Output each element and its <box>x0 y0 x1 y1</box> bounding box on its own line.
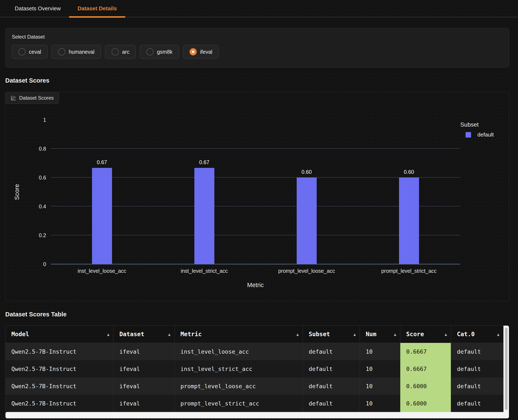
cell-score: 0.6667 <box>400 360 451 377</box>
table-body: Qwen2.5-7B-Instructifevalinst_level_loos… <box>6 343 503 412</box>
select-dataset-panel: Select Dataset ceval humaneval arc gsm8k… <box>5 28 509 68</box>
cell-model: Qwen2.5-7B-Instruct <box>6 343 113 360</box>
scrollbar-thumb[interactable] <box>505 328 507 410</box>
chart-legend: Subset default <box>460 121 494 138</box>
table-header-row: Model▲ Dataset▲ Metric▲ Subset▲ Num▲ Sco… <box>6 326 503 343</box>
cell-metric: inst_level_strict_acc <box>175 360 303 377</box>
column-header-model[interactable]: Model▲ <box>6 326 113 343</box>
table-row: Qwen2.5-7B-Instructifevalinst_level_stri… <box>6 360 503 377</box>
vertical-scrollbar[interactable] <box>503 326 509 418</box>
select-dataset-label: Select Dataset <box>12 34 503 40</box>
radio-circle-icon <box>18 48 25 55</box>
cell-dataset: ifeval <box>113 360 175 377</box>
legend-entry-label: default <box>477 131 494 138</box>
cell-score: 0.6000 <box>400 395 451 412</box>
cell-dataset: ifeval <box>113 343 175 360</box>
bar: 0.60 <box>399 178 419 264</box>
radio-option-gsm8k[interactable]: gsm8k <box>140 45 179 59</box>
cell-model: Qwen2.5-7B-Instruct <box>6 360 113 377</box>
bar-value-label: 0.60 <box>297 169 317 175</box>
y-tick-label: 1 <box>43 117 46 123</box>
legend-swatch-icon <box>466 132 471 138</box>
plot-area: Score Metric 10.80.60.40.200.67inst_leve… <box>51 120 460 264</box>
cell-cat0: default <box>451 360 503 377</box>
sort-arrow-icon[interactable]: ▲ <box>107 332 110 337</box>
sort-arrow-icon[interactable]: ▲ <box>354 332 356 337</box>
cell-num: 10 <box>360 377 400 395</box>
cell-num: 10 <box>360 360 400 377</box>
radio-option-humaneval[interactable]: humaneval <box>52 45 101 59</box>
x-tick-label: prompt_level_loose_acc <box>278 268 335 274</box>
tab-datasets-overview[interactable]: Datasets Overview <box>6 0 69 17</box>
bar-value-label: 0.60 <box>399 169 419 175</box>
cell-score: 0.6667 <box>400 343 451 360</box>
column-header-subset[interactable]: Subset▲ <box>303 326 360 343</box>
y-tick-label: 0.2 <box>39 232 46 239</box>
bar: 0.60 <box>297 178 317 264</box>
scatter-plot-icon <box>11 95 16 101</box>
bar: 0.67 <box>92 168 112 264</box>
cell-subset: default <box>303 377 360 395</box>
tab-bar: Datasets Overview Dataset Details <box>0 0 518 17</box>
cell-subset: default <box>303 395 360 412</box>
column-header-cat0[interactable]: Cat.0▲ <box>451 326 503 343</box>
cell-score: 0.6000 <box>400 377 451 395</box>
cell-cat0: default <box>451 343 503 360</box>
column-header-metric[interactable]: Metric▲ <box>175 326 303 343</box>
sort-arrow-icon[interactable]: ▲ <box>445 332 447 337</box>
bar-value-label: 0.67 <box>92 159 112 165</box>
cell-subset: default <box>303 360 360 377</box>
x-tick-label: prompt_level_strict_acc <box>381 268 437 274</box>
table-row: Qwen2.5-7B-Instructifevalprompt_level_st… <box>6 395 503 412</box>
table-row: Qwen2.5-7B-Instructifevalinst_level_loos… <box>6 343 503 360</box>
gridline <box>51 235 460 235</box>
y-tick-label: 0.4 <box>39 203 46 210</box>
bar-value-label: 0.67 <box>194 159 214 165</box>
sort-arrow-icon[interactable]: ▲ <box>394 332 396 337</box>
cell-dataset: ifeval <box>113 395 175 412</box>
column-header-num[interactable]: Num▲ <box>360 326 400 343</box>
radio-circle-icon <box>146 48 154 55</box>
column-header-dataset[interactable]: Dataset▲ <box>113 326 175 343</box>
cell-subset: default <box>303 343 360 360</box>
sort-arrow-icon[interactable]: ▲ <box>168 332 170 337</box>
cell-model: Qwen2.5-7B-Instruct <box>6 377 113 395</box>
dataset-scores-table-heading: Dataset Scores Table <box>5 311 518 318</box>
radio-option-ceval[interactable]: ceval <box>12 45 48 59</box>
y-axis-title: Score <box>11 120 23 264</box>
chart-label-text: Dataset Scores <box>19 95 54 101</box>
gridline <box>51 148 460 149</box>
dataset-scores-heading: Dataset Scores <box>5 77 518 84</box>
horizontal-scrollbar[interactable] <box>6 412 503 418</box>
cell-metric: prompt_level_strict_acc <box>175 395 303 412</box>
dataset-scores-chart-panel: Dataset Scores Score Metric 10.80.60.40.… <box>5 92 509 301</box>
cell-cat0: default <box>451 377 503 395</box>
cell-metric: inst_level_loose_acc <box>175 343 303 360</box>
radio-option-arc[interactable]: arc <box>105 45 136 59</box>
cell-num: 10 <box>360 343 400 360</box>
y-tick-label: 0.8 <box>39 146 46 152</box>
table-row: Qwen2.5-7B-Instructifevalprompt_level_lo… <box>6 377 503 395</box>
cell-model: Qwen2.5-7B-Instruct <box>6 395 113 412</box>
tab-dataset-details[interactable]: Dataset Details <box>69 0 125 17</box>
cell-cat0: default <box>451 395 503 412</box>
y-tick-label: 0 <box>43 261 46 267</box>
cell-num: 10 <box>360 395 400 412</box>
radio-circle-icon <box>58 48 65 55</box>
column-header-score[interactable]: Score▲ <box>400 326 451 343</box>
x-tick-label: inst_level_strict_acc <box>181 268 228 274</box>
legend-entry-default[interactable]: default <box>466 131 494 138</box>
cell-dataset: ifeval <box>113 377 175 395</box>
legend-title: Subset <box>460 121 494 128</box>
y-tick-label: 0.6 <box>39 175 46 181</box>
radio-option-ifeval[interactable]: ifeval <box>183 45 219 59</box>
gridline <box>51 206 460 206</box>
sort-arrow-icon[interactable]: ▲ <box>497 332 499 337</box>
sort-arrow-icon[interactable]: ▲ <box>296 332 299 337</box>
bar: 0.67 <box>194 168 214 264</box>
x-axis-line <box>51 264 460 264</box>
x-axis-title: Metric <box>51 282 460 289</box>
radio-selected-icon <box>190 48 197 55</box>
gridline <box>51 177 460 178</box>
chart-label-tab: Dataset Scores <box>5 92 59 104</box>
